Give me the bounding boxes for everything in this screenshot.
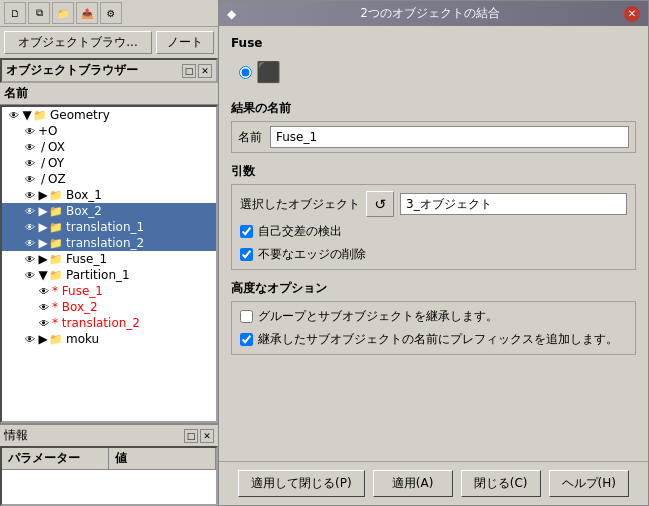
params-header: パラメーター 値 xyxy=(2,448,216,470)
tree-item-fuse1[interactable]: 👁 ▶ 📁 Fuse_1 xyxy=(2,251,216,267)
copy-icon[interactable]: ⧉ xyxy=(28,2,50,24)
dialog-titlebar: ◆ 2つのオブジェクトの結合 ✕ xyxy=(219,1,648,26)
folder-icon: 📁 xyxy=(48,220,64,234)
info-header: 情報 □ ✕ xyxy=(0,425,218,446)
folder-icon: 📁 xyxy=(48,188,64,202)
tree-item-box2b[interactable]: 👁 * Box_2 xyxy=(2,299,216,315)
fuse-dialog: ◆ 2つのオブジェクトの結合 ✕ Fuse ⬛ 結果の名前 名前 引数 xyxy=(218,0,649,506)
folder-icon: 📁 xyxy=(48,332,64,346)
tree-item-geometry[interactable]: 👁 ▼ 📁 Geometry xyxy=(2,107,216,123)
info-panel: 情報 □ ✕ パラメーター 値 xyxy=(0,423,218,506)
folder-icon: 📁 xyxy=(48,204,64,218)
eye-icon: 👁 xyxy=(22,124,38,138)
tree-item-translation2b[interactable]: 👁 * translation_2 xyxy=(2,315,216,331)
eye-icon: 👁 xyxy=(36,316,52,330)
selected-objects-label: 選択したオブジェクト xyxy=(240,196,360,213)
tree-item-label: OZ xyxy=(48,172,216,186)
inherit-groups-row[interactable]: グループとサブオブジェクトを継承します。 xyxy=(240,308,627,325)
export-icon[interactable]: 📤 xyxy=(76,2,98,24)
tree-item-label: Geometry xyxy=(50,108,216,122)
tree-item-label: moku xyxy=(66,332,216,346)
dialog-body: Fuse ⬛ 結果の名前 名前 引数 選択したオブジェクト ↺ xyxy=(219,26,648,461)
value-col-header: 値 xyxy=(109,448,216,469)
note-button[interactable]: ノート xyxy=(156,31,214,54)
eye-icon: 👁 xyxy=(22,268,38,282)
eye-icon: 👁 xyxy=(22,220,38,234)
info-close-btn[interactable]: ✕ xyxy=(200,429,214,443)
inherit-groups-label: グループとサブオブジェクトを継承します。 xyxy=(258,308,498,325)
tree-item-oy[interactable]: 👁 / OY xyxy=(2,155,216,171)
self-intersect-row[interactable]: 自己交差の検出 xyxy=(240,223,627,240)
tree-item-ox[interactable]: 👁 / OX xyxy=(2,139,216,155)
result-name-input[interactable] xyxy=(270,126,629,148)
fuse-radio-option1[interactable]: ⬛ xyxy=(239,60,281,84)
args-label: 引数 xyxy=(231,163,636,180)
column-name-label: 名前 xyxy=(4,85,28,102)
column-header: 名前 xyxy=(0,83,218,105)
folder-open-icon[interactable]: 📁 xyxy=(52,2,74,24)
tree-item-label: translation_1 xyxy=(66,220,216,234)
object-tree[interactable]: 👁 ▼ 📁 Geometry 👁 + O 👁 / OX 👁 / OY 👁 / O… xyxy=(0,105,218,423)
tree-item-translation1[interactable]: 👁 ▶ 📁 translation_1 xyxy=(2,219,216,235)
folder-icon: 📁 xyxy=(48,236,64,250)
tree-item-partition1[interactable]: 👁 ▼ 📁 Partition_1 xyxy=(2,267,216,283)
remove-edges-checkbox[interactable] xyxy=(240,248,253,261)
fuse-label: Fuse xyxy=(231,36,636,50)
browser-close-btn[interactable]: ✕ xyxy=(198,64,212,78)
settings-icon[interactable]: ⚙ xyxy=(100,2,122,24)
tree-item-translation2[interactable]: 👁 ▶ 📁 translation_2 xyxy=(2,235,216,251)
object-browser-title: オブジェクトブラウザー xyxy=(6,62,138,79)
folder-icon: 📁 xyxy=(48,268,64,282)
dialog-close-button[interactable]: ✕ xyxy=(624,6,640,22)
remove-edges-row[interactable]: 不要なエッジの削除 xyxy=(240,246,627,263)
self-intersect-label: 自己交差の検出 xyxy=(258,223,342,240)
close-button[interactable]: 閉じる(C) xyxy=(461,470,541,497)
tree-item-label: Box_1 xyxy=(66,188,216,202)
result-name-label: 結果の名前 xyxy=(231,100,636,117)
info-maximize-btn[interactable]: □ xyxy=(184,429,198,443)
tree-item-box1[interactable]: 👁 ▶ 📁 Box_1 xyxy=(2,187,216,203)
inherit-groups-checkbox[interactable] xyxy=(240,310,253,323)
tree-item-label: Fuse_1 xyxy=(66,252,216,266)
eye-icon: 👁 xyxy=(22,252,38,266)
params-table: パラメーター 値 xyxy=(0,446,218,506)
dialog-footer: 適用して閉じる(P) 適用(A) 閉じる(C) ヘルプ(H) xyxy=(219,461,648,505)
obj-row: 選択したオブジェクト ↺ xyxy=(240,191,627,217)
tree-item-moku[interactable]: 👁 ▶ 📁 moku xyxy=(2,331,216,347)
tree-item-box2[interactable]: 👁 ▶ 📁 Box_2 xyxy=(2,203,216,219)
fuse-radio1[interactable] xyxy=(239,66,252,79)
tree-item-label: OY xyxy=(48,156,216,170)
page-icon[interactable]: 🗋 xyxy=(4,2,26,24)
tree-item-label: OX xyxy=(48,140,216,154)
eye-icon: 👁 xyxy=(22,172,38,186)
add-prefix-checkbox[interactable] xyxy=(240,333,253,346)
param-col-header: パラメーター xyxy=(2,448,109,469)
add-prefix-row[interactable]: 継承したサブオブジェクトの名前にプレフィックスを追加します。 xyxy=(240,331,627,348)
tree-item-oz[interactable]: 👁 / OZ xyxy=(2,171,216,187)
tree-item-label: * Fuse_1 xyxy=(52,284,216,298)
folder-icon: 📁 xyxy=(48,252,64,266)
obj-browser-button[interactable]: オブジェクトブラウ... xyxy=(4,31,152,54)
help-button[interactable]: ヘルプ(H) xyxy=(549,470,629,497)
browser-maximize-btn[interactable]: □ xyxy=(182,64,196,78)
eye-icon: 👁 xyxy=(36,284,52,298)
self-intersect-checkbox[interactable] xyxy=(240,225,253,238)
tree-item-label: Box_2 xyxy=(66,204,216,218)
advanced-inner: グループとサブオブジェクトを継承します。 継承したサブオブジェクトの名前にプレフ… xyxy=(231,301,636,355)
eye-icon: 👁 xyxy=(22,236,38,250)
top-buttons: オブジェクトブラウ... ノート xyxy=(0,27,218,58)
advanced-section: 高度なオプション グループとサブオブジェクトを継承します。 継承したサブオブジェ… xyxy=(231,280,636,355)
toolbar: 🗋 ⧉ 📁 📤 ⚙ xyxy=(0,0,218,27)
eye-icon: 👁 xyxy=(22,140,38,154)
tree-item-o[interactable]: 👁 + O xyxy=(2,123,216,139)
tree-item-label: O xyxy=(48,124,216,138)
apply-close-button[interactable]: 適用して閉じる(P) xyxy=(238,470,365,497)
tree-item-label: Partition_1 xyxy=(66,268,216,282)
selected-objects-input[interactable] xyxy=(400,193,627,215)
apply-button[interactable]: 適用(A) xyxy=(373,470,453,497)
refresh-button[interactable]: ↺ xyxy=(366,191,394,217)
tree-item-fuse1b[interactable]: 👁 * Fuse_1 xyxy=(2,283,216,299)
dialog-title: 2つのオブジェクトの結合 xyxy=(236,5,624,22)
remove-edges-label: 不要なエッジの削除 xyxy=(258,246,366,263)
folder-icon: 📁 xyxy=(32,108,48,122)
